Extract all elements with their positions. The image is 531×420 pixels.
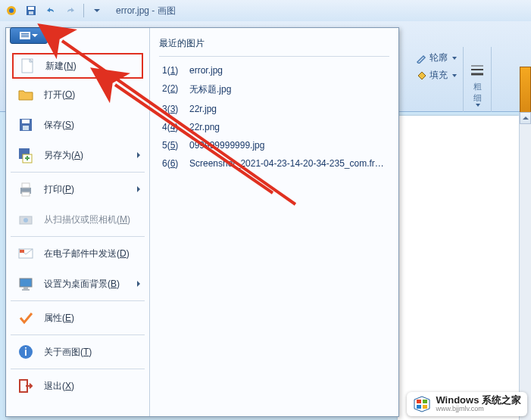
svg-rect-32	[423, 405, 427, 409]
ribbon-shapes-group: 轮廓 填充 粗 细	[410, 47, 531, 123]
recent-num: 3(3)	[162, 104, 186, 114]
recent-num: 2(2)	[162, 83, 186, 96]
chevron-down-icon	[32, 34, 38, 37]
menu-item-p[interactable]: 打印(P)	[6, 174, 149, 204]
outline-button[interactable]: 轮廓	[413, 50, 460, 66]
menu-item-t[interactable]: i关于画图(T)	[6, 337, 149, 367]
menu-item-label: 退出(X)	[44, 380, 74, 393]
svg-rect-23	[22, 289, 30, 291]
recent-item[interactable]: 4(4)22r.png	[159, 118, 389, 136]
recent-filename: 22r.png	[189, 122, 220, 132]
recent-filename: 22r.jpg	[189, 104, 217, 114]
recent-item[interactable]: 3(3)22r.jpg	[159, 100, 389, 118]
svg-rect-3	[28, 7, 34, 10]
recent-num: 6(6)	[162, 158, 186, 169]
menu-item-label: 打印(P)	[44, 183, 74, 196]
svg-rect-20	[20, 250, 24, 253]
windows-logo-icon	[413, 395, 431, 413]
menu-item-d[interactable]: 在电子邮件中发送(D)	[6, 238, 149, 269]
menu-icon	[15, 243, 36, 264]
menu-item-o[interactable]: 打开(O)	[6, 79, 149, 110]
menu-item-label: 保存(S)	[44, 119, 74, 132]
menu-item-m[interactable]: 从扫描仪或照相机(M)	[6, 204, 149, 235]
menu-separator	[11, 369, 145, 369]
recent-filename: Screenshot_2021-04-23-14-20-34-235_com.f…	[189, 158, 386, 169]
menu-item-a[interactable]: 另存为(A)	[6, 140, 149, 170]
svg-point-1	[9, 8, 14, 13]
chevron-down-icon	[452, 74, 457, 77]
watermark-url: www.bjjmlv.com	[436, 406, 521, 413]
menu-item-label: 从扫描仪或照相机(M)	[44, 213, 130, 226]
redo-icon[interactable]	[62, 2, 79, 19]
undo-icon[interactable]	[42, 2, 59, 19]
bucket-icon	[416, 70, 426, 81]
recent-item[interactable]: 6(6)Screenshot_2021-04-23-14-20-34-235_c…	[159, 154, 389, 173]
recent-num: 5(5)	[162, 140, 186, 151]
svg-rect-16	[22, 192, 30, 196]
menu-icon	[15, 273, 36, 294]
menu-item-label: 另存为(A)	[44, 149, 83, 162]
svg-rect-29	[417, 400, 421, 403]
menu-item-label: 设置为桌面背景(B)	[44, 278, 120, 291]
document-icon	[20, 32, 30, 39]
svg-rect-4	[29, 11, 33, 14]
menu-item-s[interactable]: 保存(S)	[6, 110, 149, 140]
menu-separator	[11, 334, 145, 335]
menu-item-n[interactable]: 新建(N)	[12, 53, 143, 79]
menu-item-b[interactable]: 设置为桌面背景(B)	[6, 269, 149, 299]
divider	[83, 4, 84, 17]
svg-rect-22	[23, 287, 28, 289]
app-icon[interactable]	[3, 2, 20, 19]
scroll-up-icon[interactable]	[520, 112, 531, 124]
svg-rect-11	[23, 126, 29, 130]
menu-icon	[15, 145, 36, 166]
menu-commands: 新建(N)打开(O)保存(S)另存为(A)打印(P)从扫描仪或照相机(M)在电子…	[6, 28, 150, 416]
svg-rect-31	[417, 405, 421, 409]
file-menu-button[interactable]	[10, 27, 48, 44]
thickness-label[interactable]: 粗 细	[473, 81, 482, 104]
save-icon[interactable]	[23, 2, 39, 19]
menu-item-label: 打开(O)	[44, 89, 75, 101]
menu-item-x[interactable]: 退出(X)	[6, 371, 149, 401]
watermark: Windows 系统之家 www.bjjmlv.com	[407, 392, 527, 416]
svg-rect-30	[423, 400, 427, 403]
menu-item-label: 关于画图(T)	[44, 346, 92, 359]
outline-label: 轮廓	[429, 51, 448, 64]
recent-item[interactable]: 2(2)无标题.jpg	[159, 79, 389, 100]
menu-item-e[interactable]: 属性(E)	[6, 303, 149, 333]
window-title: error.jpg - 画图	[116, 5, 176, 17]
svg-rect-10	[22, 120, 30, 123]
recent-panel: 最近的图片 1(1)error.jpg2(2)无标题.jpg3(3)22r.jp…	[150, 28, 398, 416]
recent-item[interactable]: 1(1)error.jpg	[159, 61, 389, 79]
menu-icon	[15, 307, 36, 328]
watermark-title: Windows 系统之家	[436, 395, 521, 406]
menu-icon	[15, 179, 36, 200]
recent-item[interactable]: 5(5)099999999999.jpg	[159, 136, 389, 154]
recent-filename: error.jpg	[189, 65, 223, 76]
qat-customize-icon[interactable]	[89, 2, 105, 19]
chevron-right-icon	[137, 281, 140, 287]
svg-rect-15	[22, 183, 30, 188]
chevron-down-icon	[476, 104, 480, 107]
chevron-right-icon	[137, 186, 140, 192]
file-menu-dropdown: 新建(N)打开(O)保存(S)另存为(A)打印(P)从扫描仪或照相机(M)在电子…	[5, 27, 399, 417]
title-bar: error.jpg - 画图	[0, 0, 531, 21]
vertical-scrollbar[interactable]	[519, 112, 531, 420]
svg-point-18	[23, 218, 28, 222]
chevron-down-icon	[452, 57, 457, 60]
menu-item-label: 在电子邮件中发送(D)	[44, 247, 130, 260]
canvas[interactable]	[398, 116, 519, 420]
recent-header: 最近的图片	[159, 34, 389, 57]
thickness-icon	[470, 63, 485, 78]
menu-icon	[15, 209, 36, 230]
menu-item-label: 属性(E)	[44, 312, 74, 325]
pencil-icon	[416, 53, 426, 64]
menu-icon: i	[15, 341, 36, 362]
fill-label: 填充	[429, 69, 448, 82]
svg-text:i: i	[24, 346, 27, 358]
menu-icon	[17, 55, 38, 76]
menu-icon	[15, 84, 36, 105]
recent-filename: 099999999999.jpg	[189, 140, 264, 151]
recent-filename: 无标题.jpg	[189, 83, 231, 96]
fill-button[interactable]: 填充	[413, 67, 460, 83]
